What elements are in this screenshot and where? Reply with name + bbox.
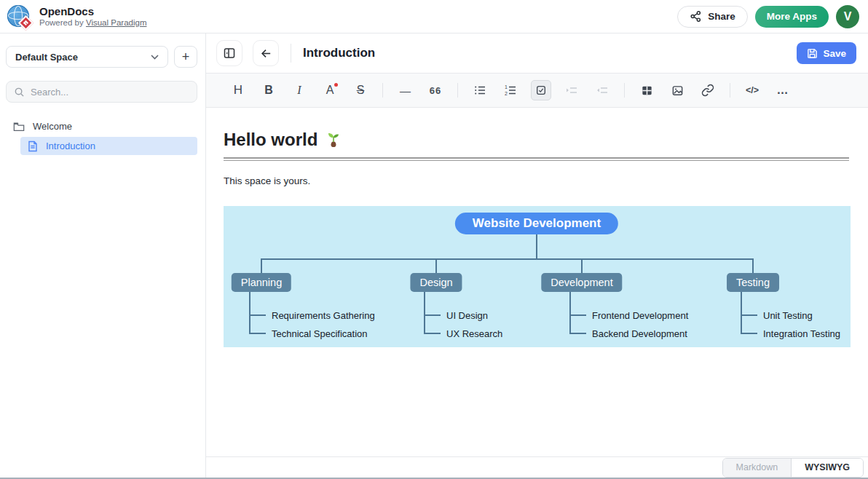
share-button[interactable]: Share: [677, 6, 748, 28]
indent-button[interactable]: [561, 80, 582, 100]
indent-icon: [565, 84, 578, 97]
document-icon: [28, 140, 38, 152]
quote-button[interactable]: 66: [425, 80, 446, 100]
divider: [730, 83, 730, 98]
checkbox-icon: [535, 84, 547, 96]
toggle-sidebar-button[interactable]: [216, 40, 242, 66]
outdent-button[interactable]: [592, 80, 612, 100]
heading-button[interactable]: H: [228, 80, 248, 100]
powered-by: Powered by Visual Paradigm: [39, 17, 146, 28]
org-chart-leaf: Integration Testing: [763, 328, 840, 339]
space-selector[interactable]: Default Space: [6, 46, 168, 68]
image-button[interactable]: [667, 80, 687, 100]
text-color-button[interactable]: A: [320, 80, 340, 100]
save-icon: [807, 48, 818, 59]
format-toolbar: H B I A S — 66: [206, 73, 868, 108]
color-dot-icon: [334, 83, 338, 87]
visual-paradigm-link[interactable]: Visual Paradigm: [86, 18, 147, 27]
link-icon: [701, 84, 714, 97]
more-options-button[interactable]: …: [773, 80, 793, 100]
bold-button[interactable]: B: [259, 80, 279, 100]
table-icon: [641, 84, 653, 97]
numbered-list-button[interactable]: 1 2: [500, 80, 521, 100]
arrow-left-icon: [260, 47, 272, 60]
table-button[interactable]: [636, 80, 657, 100]
org-chart-leaf: Backend Development: [592, 328, 687, 339]
tree-item-welcome[interactable]: Welcome: [6, 117, 197, 135]
document-paragraph: This space is yours.: [224, 175, 849, 186]
org-chart-leaf: Requirements Gathering: [272, 310, 375, 321]
opendocs-logo-icon: [7, 4, 32, 29]
svg-text:1: 1: [505, 84, 508, 90]
outdent-icon: [596, 84, 609, 97]
link-button[interactable]: [698, 80, 718, 100]
search-icon: [14, 87, 25, 98]
editor-topbar: Introduction Save: [206, 33, 868, 73]
numbered-list-icon: 1 2: [504, 84, 517, 97]
org-chart-branch-design: Design: [410, 273, 462, 292]
save-button[interactable]: Save: [797, 42, 856, 64]
more-apps-button[interactable]: More Apps: [755, 6, 829, 28]
back-button[interactable]: [253, 40, 279, 66]
seedling-emoji-icon: [325, 131, 342, 149]
org-chart-leaf: UX Research: [446, 328, 502, 339]
code-button[interactable]: </>: [742, 80, 762, 100]
app-header: OpenDocs Powered by Visual Paradigm Shar…: [0, 0, 868, 33]
sidebar-panel-icon: [223, 47, 236, 60]
svg-text:2: 2: [505, 91, 508, 96]
org-chart-leaf: UI Design: [446, 310, 488, 321]
org-chart-branch-testing: Testing: [727, 273, 779, 292]
horizontal-rule-button[interactable]: —: [395, 80, 415, 100]
page-title: Introduction: [303, 46, 375, 60]
italic-button[interactable]: I: [289, 80, 309, 100]
org-chart-leaf: Frontend Development: [592, 310, 688, 321]
tree-item-introduction[interactable]: Introduction: [20, 137, 197, 155]
search-box[interactable]: [6, 81, 197, 103]
user-avatar[interactable]: V: [836, 5, 859, 28]
bullet-list-button[interactable]: [470, 80, 490, 100]
search-input[interactable]: [31, 87, 189, 98]
website-development-org-chart[interactable]: Website Development Planning Design Deve…: [224, 206, 851, 347]
document-editor[interactable]: Hello world This space is yours.: [206, 108, 868, 456]
sidebar: Default Space +: [0, 33, 206, 478]
image-icon: [671, 84, 684, 97]
document-heading: Hello world: [224, 130, 849, 150]
org-chart-leaf: Unit Testing: [763, 310, 813, 321]
divider: [624, 83, 625, 98]
document-tree: Welcome Introduction: [6, 117, 197, 155]
org-chart-branch-development: Development: [541, 273, 622, 292]
share-icon: [690, 10, 702, 23]
tab-wysiwyg[interactable]: WYSIWYG: [791, 459, 863, 477]
task-list-button[interactable]: [531, 80, 551, 100]
add-space-button[interactable]: +: [174, 46, 197, 68]
folder-icon: [13, 122, 25, 132]
chevron-down-icon: [151, 55, 159, 60]
editor-footer: Markdown WYSIWYG: [206, 456, 868, 478]
heading-underline: [224, 157, 849, 161]
app-name: OpenDocs: [39, 5, 146, 17]
strikethrough-button[interactable]: S: [350, 80, 371, 100]
divider: [382, 83, 383, 98]
bullet-list-icon: [473, 84, 486, 97]
tab-markdown[interactable]: Markdown: [723, 459, 792, 477]
divider: [291, 44, 291, 63]
mode-tabs: Markdown WYSIWYG: [722, 458, 864, 478]
org-chart-leaf: Technical Specification: [272, 328, 368, 339]
org-chart-root-node: Website Development: [455, 213, 618, 234]
divider: [457, 83, 458, 98]
org-chart-branch-planning: Planning: [232, 273, 291, 292]
